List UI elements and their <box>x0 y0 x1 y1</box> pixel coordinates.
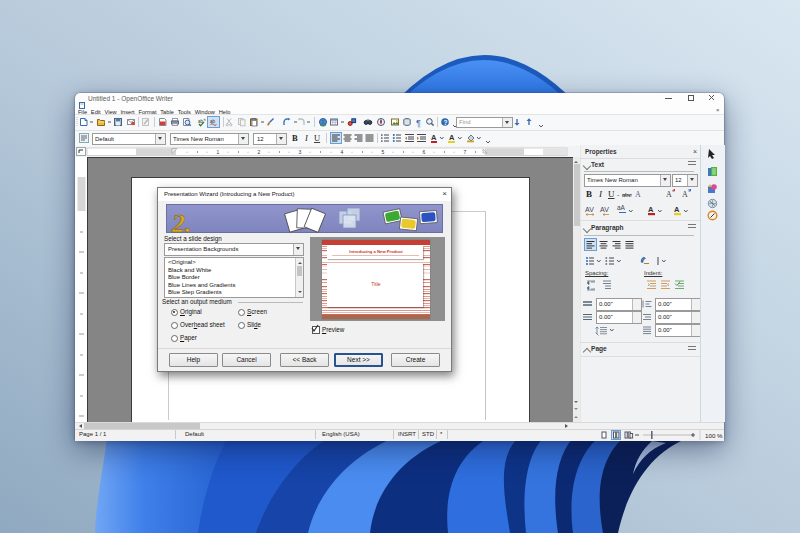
svg-text:U: U <box>314 133 320 143</box>
svg-text:6: 6 <box>423 149 426 155</box>
svg-text:B: B <box>292 133 298 143</box>
svg-text:A: A <box>648 205 654 214</box>
svg-text:100 %: 100 % <box>705 432 723 439</box>
svg-text:AV: AV <box>600 206 609 213</box>
svg-text:2: 2 <box>258 149 261 155</box>
svg-text:A: A <box>431 133 437 142</box>
svg-text:abc: abc <box>622 191 632 199</box>
svg-text:AV: AV <box>585 206 594 213</box>
svg-text:7: 7 <box>464 149 467 155</box>
svg-text:U: U <box>608 189 615 199</box>
svg-text:A: A <box>674 205 680 214</box>
svg-text:A: A <box>682 190 688 199</box>
svg-text:A: A <box>449 133 455 142</box>
svg-text:4: 4 <box>341 149 344 155</box>
svg-text:¶: ¶ <box>416 118 421 128</box>
svg-text:3: 3 <box>299 149 302 155</box>
svg-text:aA: aA <box>617 204 626 211</box>
svg-text:?: ? <box>443 119 447 126</box>
svg-text:A: A <box>666 190 672 199</box>
svg-text:A: A <box>635 190 641 199</box>
svg-text:B: B <box>586 189 592 199</box>
svg-text:-: - <box>617 191 620 199</box>
svg-text:5: 5 <box>382 149 385 155</box>
svg-text:2.: 2. <box>171 209 192 234</box>
svg-text:ab: ab <box>210 119 216 124</box>
svg-text:Introducing a New Product: Introducing a New Product <box>349 249 403 254</box>
svg-text:I: I <box>304 133 309 143</box>
svg-text:I: I <box>598 189 603 199</box>
svg-text:1: 1 <box>217 149 220 155</box>
svg-text:Title: Title <box>371 281 380 287</box>
